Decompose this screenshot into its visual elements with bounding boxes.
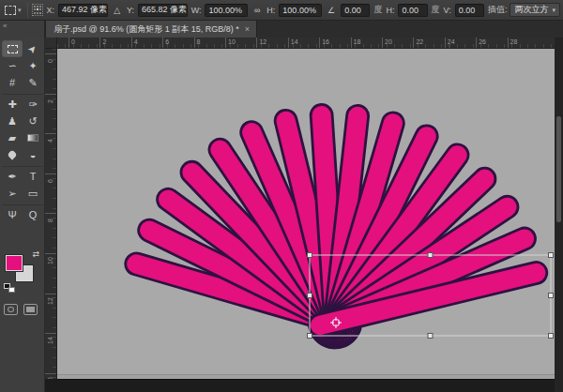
canvas-column: 0246810121416182022242628 (57, 38, 555, 392)
blur-icon (7, 149, 17, 159)
gradient-tool[interactable] (23, 129, 43, 146)
ruler-label: 10 (228, 38, 236, 45)
ruler-label: 28 (510, 38, 518, 45)
chevron-down-icon: ▾ (18, 7, 22, 14)
collapse-panel-icon[interactable]: « (3, 22, 7, 30)
eraser-tool[interactable]: ▰ (2, 129, 23, 146)
v-skew-label: V: (444, 6, 451, 15)
transform-handle[interactable] (308, 294, 312, 298)
height-scale-field[interactable]: 100.00% (279, 4, 321, 17)
x-position-field[interactable]: 467.92 像素 (58, 4, 108, 17)
blur-tool[interactable] (2, 146, 23, 163)
ruler-label: 4 (134, 38, 138, 45)
history-brush-icon: ↺ (28, 116, 37, 127)
ruler-tick (413, 38, 414, 49)
document-title: 扇子.psd @ 91.6% (圆角矩形 1 副本 15, RGB/8) * (53, 23, 239, 36)
brush-tool[interactable]: ✑ (23, 96, 43, 113)
y-position-field[interactable]: 665.82 像素 (138, 4, 188, 17)
rotation-field[interactable]: 0.00 (341, 4, 370, 17)
transform-handle[interactable] (428, 253, 433, 258)
hand-icon: Ψ (8, 210, 16, 220)
transform-handle[interactable] (549, 334, 554, 339)
workspace: ➤∽✦#✎✚✑♟↺▰◒✒T➢▭ΨQ ⇄ 0246810121416 024681… (0, 38, 563, 392)
document-tab[interactable]: 扇子.psd @ 91.6% (圆角矩形 1 副本 15, RGB/8) * × (45, 21, 257, 38)
transform-handle[interactable] (549, 253, 554, 258)
rectangular-marquee-tool[interactable] (2, 40, 23, 57)
h-skew-label: H: (386, 6, 394, 15)
ruler-label: 6 (165, 38, 169, 45)
zoom-icon: Q (29, 210, 38, 220)
ruler-label: 14 (47, 335, 56, 347)
ruler-tick (45, 94, 57, 95)
width-scale-field[interactable]: 100.00% (205, 4, 247, 17)
photoshop-window: ▾ X: 467.92 像素 △ Y: 665.82 像素 W: 100.00%… (0, 0, 563, 392)
x-label: X: (47, 6, 55, 15)
dodge-tool[interactable]: ◒ (23, 146, 43, 163)
tools-panel-header[interactable]: « (0, 21, 45, 38)
ruler-label: 18 (354, 38, 361, 45)
ruler-label: 10 (47, 255, 56, 267)
ruler-tick (45, 294, 57, 294)
vertical-scrollbar[interactable] (556, 116, 561, 222)
ruler-tick (382, 38, 383, 49)
current-tool-icon (5, 6, 16, 15)
width-label: W: (191, 6, 202, 15)
tool-preset-picker[interactable]: ▾ (3, 5, 23, 16)
dodge-icon: ◒ (30, 150, 37, 160)
transform-handle[interactable] (308, 253, 312, 258)
v-skew-field[interactable]: 0.00 (455, 4, 484, 17)
vertical-ruler-bottom-gap (45, 379, 57, 392)
spot-healing-brush-tool[interactable]: ✚ (2, 96, 23, 113)
ruler-tick (445, 38, 446, 49)
right-edge-strip (555, 38, 563, 392)
ruler-label: 8 (197, 38, 201, 45)
ruler-label: 12 (259, 38, 266, 45)
quick-mask-button[interactable] (4, 304, 18, 315)
rotation-unit: 度 (373, 4, 382, 16)
default-colors-icon[interactable] (4, 283, 15, 293)
eyedropper-tool[interactable]: ✎ (23, 74, 43, 91)
clone-stamp-icon: ♟ (8, 116, 17, 127)
lasso-tool[interactable]: ∽ (2, 57, 23, 74)
ruler-tick (319, 38, 320, 49)
screen-mode-button[interactable] (23, 304, 38, 315)
document-canvas[interactable] (57, 49, 555, 379)
ruler-label: 26 (479, 38, 486, 45)
foreground-color-swatch[interactable] (6, 255, 23, 271)
ruler-label: 16 (322, 38, 329, 45)
move-tool[interactable]: ➤ (23, 40, 43, 57)
magic-wand-icon: ✦ (28, 61, 37, 71)
shape-tool[interactable]: ▭ (23, 185, 43, 202)
pen-tool[interactable]: ✒ (2, 168, 23, 185)
ruler-label: 16 (47, 374, 56, 379)
history-brush-tool[interactable]: ↺ (23, 113, 43, 129)
transform-handle[interactable] (549, 294, 554, 298)
pen-icon: ✒ (8, 172, 16, 182)
ruler-label: 20 (385, 38, 392, 45)
ruler-tick (162, 38, 163, 49)
ruler-tick (476, 38, 477, 49)
path-selection-icon: ➢ (8, 188, 16, 199)
interpolation-dropdown[interactable]: 两次立方 ▾ (510, 3, 560, 17)
height-label: H: (266, 6, 275, 15)
color-swatches: ⇄ (4, 251, 41, 294)
zoom-tool[interactable]: Q (23, 206, 43, 223)
crop-tool[interactable]: # (2, 74, 23, 91)
close-icon[interactable]: × (245, 24, 250, 34)
transform-handle[interactable] (308, 334, 312, 339)
ruler-label: 4 (47, 135, 56, 147)
link-dimensions-icon[interactable]: ∞ (251, 4, 263, 17)
transform-handle[interactable] (428, 334, 433, 339)
magic-wand-tool[interactable]: ✦ (23, 57, 43, 74)
swap-colors-icon[interactable]: ⇄ (32, 249, 39, 259)
hand-tool[interactable]: Ψ (2, 206, 23, 223)
relative-position-delta-icon[interactable]: △ (112, 4, 123, 17)
divider (27, 3, 28, 18)
reference-point-locator[interactable] (32, 4, 43, 16)
h-skew-field[interactable]: 0.00 (398, 4, 427, 17)
type-tool[interactable]: T (23, 168, 43, 185)
horizontal-scrollbar[interactable] (57, 375, 555, 379)
path-selection-tool[interactable]: ➢ (2, 185, 23, 202)
clone-stamp-tool[interactable]: ♟ (2, 113, 23, 129)
document-tab-bar: « 扇子.psd @ 91.6% (圆角矩形 1 副本 15, RGB/8) *… (0, 21, 563, 38)
